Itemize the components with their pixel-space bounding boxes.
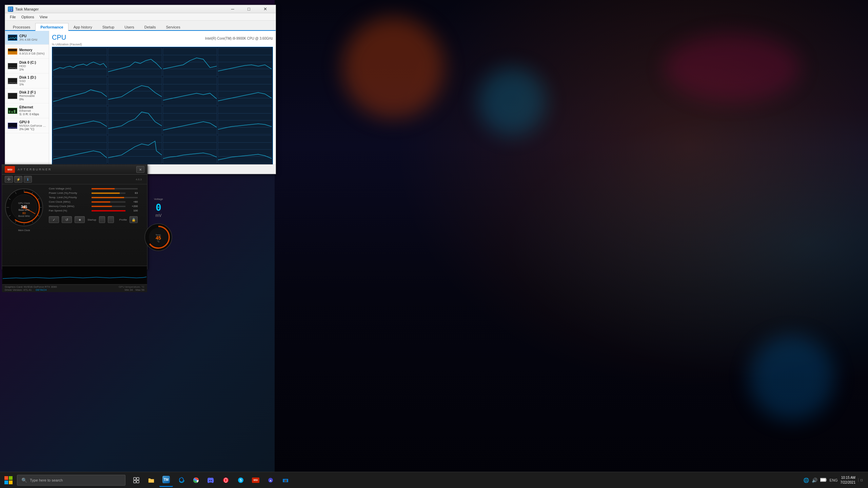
system-clock[interactable]: 10:15 AM 7/22/2021	[840, 475, 855, 485]
menu-file[interactable]: File	[7, 14, 19, 20]
taskbar-discord[interactable]	[204, 473, 218, 487]
profile-button[interactable]: ★	[75, 216, 85, 223]
close-button[interactable]: ✕	[257, 5, 273, 13]
ab-info-btn[interactable]: ℹ	[24, 176, 32, 183]
temp-limit-slider[interactable]	[92, 197, 138, 198]
graphics-card-label: Graphics Card: NVIDIA GeForce RTX 3080	[5, 285, 57, 288]
ab-close-btn[interactable]: ✕	[136, 166, 144, 173]
afterburner-header: MSI AFTERBURNER ✕	[2, 165, 147, 175]
disk2-icon	[8, 91, 17, 101]
temp-max-label: Max 56	[136, 288, 144, 291]
tab-users[interactable]: Users	[119, 23, 139, 31]
taskbar-skype[interactable]: S	[234, 473, 248, 487]
taskbar-file-explorer[interactable]	[144, 473, 158, 487]
cpu-core-graph-8	[218, 77, 272, 105]
sidebar-item-disk1[interactable]: Disk 1 (D:) SSD 1%	[5, 74, 49, 88]
minimize-button[interactable]: ─	[225, 5, 240, 13]
svg-text:80: 80	[22, 211, 26, 215]
start-button[interactable]	[0, 472, 17, 488]
taskbar-other-2[interactable]: ⬛	[279, 473, 292, 487]
cpu-core-graph-13	[53, 135, 107, 164]
apply-button[interactable]: ✓	[49, 216, 59, 223]
show-desktop[interactable]: □	[858, 478, 863, 482]
tab-processes[interactable]: Processes	[8, 23, 35, 31]
core-clock-slider[interactable]	[92, 201, 125, 203]
sidebar-item-disk2[interactable]: Disk 2 (F:) Removable 0%	[5, 88, 49, 103]
language-indicator[interactable]: ENG	[830, 478, 838, 482]
sidebar-item-memory[interactable]: Memory 8.9/15.9 GB (56%)	[5, 45, 49, 59]
svg-rect-2	[9, 9, 10, 11]
battery-icon	[820, 477, 827, 483]
svg-rect-11	[9, 110, 11, 113]
sidebar-item-ethernet[interactable]: Ethernet Ethernet S: 0 R: 0 Kbps	[5, 103, 49, 118]
disk2-info: Disk 2 (F:) Removable 0%	[19, 90, 46, 101]
taskbar-task-view[interactable]	[130, 473, 143, 487]
reset-button[interactable]: ↺	[62, 216, 72, 223]
fan-speed-slider[interactable]	[92, 210, 125, 211]
power-limit-value: 83	[127, 191, 138, 195]
title-bar[interactable]: Task Manager ─ □ ✕	[5, 5, 276, 13]
maximize-button[interactable]: □	[241, 5, 257, 13]
memory-clock-slider[interactable]	[92, 206, 125, 207]
sidebar-item-disk0[interactable]: Disk 0 (C:) HDD 1%	[5, 59, 49, 74]
startup-label: Startup	[87, 218, 96, 221]
sidebar-item-cpu[interactable]: CPU 3% 4.68 GHz	[5, 31, 49, 45]
tab-services[interactable]: Services	[161, 23, 185, 31]
startup-icon[interactable]	[108, 216, 114, 223]
svg-rect-1	[11, 7, 12, 9]
taskbar: 🔍 Type here to search TM	[0, 472, 868, 488]
cpu-info: CPU 3% 4.68 GHz	[19, 34, 46, 41]
cpu-core-graph-6	[108, 77, 162, 105]
svg-text:345: 345	[21, 205, 27, 209]
cpu-core-graph-3	[163, 48, 217, 76]
cpu-title: CPU	[52, 34, 66, 41]
controls-panel: Core Voltage (mV) Power Limit (%),Priori…	[46, 184, 140, 266]
taskbar-icons: TM	[130, 473, 292, 487]
cpu-core-graph-1	[53, 48, 107, 76]
tab-app-history[interactable]: App history	[68, 23, 97, 31]
windows-logo	[4, 476, 13, 484]
network-icon[interactable]: 🌐	[803, 477, 809, 483]
tab-startup[interactable]: Startup	[97, 23, 119, 31]
sidebar: CPU 3% 4.68 GHz Memory 8.9/15.9 GB	[5, 31, 49, 164]
svg-text:A: A	[270, 479, 272, 482]
fan-speed-row: Fan Speed (%) 100	[49, 209, 138, 212]
taskbar-chrome[interactable]	[189, 473, 203, 487]
startup-toggle[interactable]	[99, 216, 105, 223]
detach-link[interactable]: DETACH	[36, 288, 46, 291]
cpu-header: CPU Intel(R) Core(TM) i9-9900K CPU @ 3.6…	[52, 34, 273, 41]
svg-text:°C: °C	[157, 240, 160, 243]
core-voltage-row: Core Voltage (mV)	[49, 187, 138, 190]
taskbar-opera[interactable]	[219, 473, 233, 487]
cpu-core-graph-4	[218, 48, 272, 76]
volume-icon[interactable]: 🔊	[812, 477, 817, 483]
fan-speed-value: 100	[127, 209, 138, 212]
sidebar-item-gpu[interactable]: GPU 0 NVIDIA GeForce R... 2% (46 °C)	[5, 118, 49, 133]
ab-lightning-btn[interactable]: ⚡	[14, 176, 22, 183]
search-bar[interactable]: 🔍 Type here to search	[17, 475, 125, 486]
window-controls: ─ □ ✕	[225, 5, 273, 13]
power-limit-row: Power Limit (%),Priority 83	[49, 191, 138, 195]
core-clock-value: +80	[127, 200, 138, 203]
menu-view[interactable]: View	[37, 14, 51, 20]
taskbar-other-1[interactable]: A	[264, 473, 277, 487]
cpu-core-graph-9	[53, 106, 107, 135]
core-voltage-slider[interactable]	[92, 188, 138, 189]
ab-settings-btn[interactable]	[5, 176, 13, 183]
taskbar-msi[interactable]: MSI	[249, 473, 262, 487]
taskbar-task-manager[interactable]: TM	[159, 473, 173, 487]
menu-options[interactable]: Options	[19, 14, 37, 20]
power-limit-slider[interactable]	[92, 192, 125, 194]
mem-clock-label: Mem Clock	[18, 229, 30, 231]
bottom-graph	[2, 266, 147, 284]
search-placeholder: Type here to search	[30, 478, 63, 482]
cpu-core-graph-10	[108, 106, 162, 135]
task-manager-window: Task Manager ─ □ ✕ File Options View Pro…	[5, 5, 276, 174]
tab-performance[interactable]: Performance	[35, 23, 68, 31]
afterburner-content: GPU Clock 345 Base MHz 80 Boost MHz Mem …	[2, 184, 147, 266]
taskbar-edge[interactable]	[174, 473, 188, 487]
profile-lock[interactable]: 🔒	[130, 216, 138, 223]
tab-details[interactable]: Details	[139, 23, 161, 31]
ethernet-info: Ethernet Ethernet S: 0 R: 0 Kbps	[19, 105, 46, 116]
ethernet-icon	[8, 106, 17, 116]
